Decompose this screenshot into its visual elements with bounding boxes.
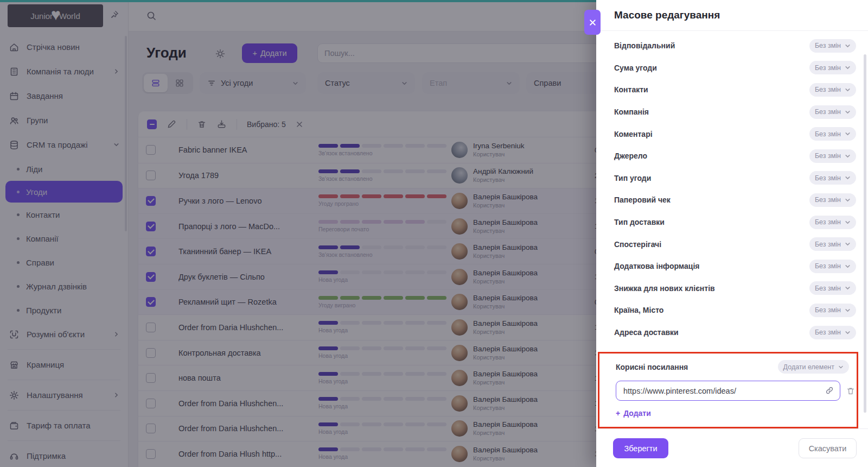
- bulk-field-row: Тип доставкиБез змін: [614, 211, 856, 234]
- no-change-label: Без змін: [815, 86, 841, 93]
- cancel-button[interactable]: Скасувати: [799, 438, 857, 458]
- chevron-down-icon: [845, 65, 851, 71]
- close-panel-button[interactable]: [584, 10, 601, 35]
- no-change-label: Без змін: [815, 329, 841, 336]
- no-change-dropdown[interactable]: Без змін: [809, 39, 856, 53]
- chevron-down-icon: [838, 364, 844, 370]
- chevron-down-icon: [845, 219, 851, 225]
- no-change-dropdown[interactable]: Без змін: [809, 281, 856, 295]
- no-change-dropdown[interactable]: Без змін: [809, 61, 856, 74]
- bulk-field-row: Адреса доставкиБез змін: [614, 321, 856, 344]
- app-window: Junior ♥ World Стрічка новинКомпанія та …: [0, 0, 868, 467]
- field-label: Джерело: [614, 152, 647, 160]
- chevron-down-icon: [845, 153, 851, 159]
- bulk-field-row: Знижка для нових клієнтівБез змін: [614, 277, 856, 300]
- bulk-field-row: КоментаріБез змін: [614, 123, 856, 145]
- no-change-dropdown[interactable]: Без змін: [809, 149, 856, 163]
- bulk-field-row: КонтактиБез змін: [614, 79, 856, 101]
- no-change-label: Без змін: [815, 262, 841, 270]
- close-icon: [589, 18, 597, 27]
- field-label: Сума угоди: [614, 64, 657, 72]
- no-change-label: Без змін: [815, 196, 841, 204]
- no-change-label: Без змін: [815, 152, 841, 160]
- chevron-down-icon: [845, 43, 851, 49]
- bulk-field-row: ДжерелоБез змін: [614, 145, 856, 167]
- no-change-dropdown[interactable]: Без змін: [809, 237, 856, 251]
- useful-links-section-highlight: Корисні посилання Додати елемент: [598, 352, 858, 428]
- field-label: Тип угоди: [614, 174, 651, 182]
- chevron-down-icon: [845, 109, 851, 115]
- panel-footer: Зберегти Скасувати: [596, 428, 868, 467]
- chevron-down-icon: [845, 131, 851, 137]
- chevron-down-icon: [845, 330, 851, 336]
- bulk-field-row: СпостерігачіБез змін: [614, 233, 856, 255]
- field-label: Знижка для нових клієнтів: [614, 284, 715, 293]
- bulk-field-row: Додаткова інформаціяБез змін: [614, 255, 856, 277]
- no-change-dropdown[interactable]: Без змін: [809, 260, 856, 273]
- no-change-dropdown[interactable]: Без змін: [809, 326, 856, 339]
- no-change-dropdown[interactable]: Без змін: [809, 105, 856, 119]
- chevron-down-icon: [845, 87, 851, 93]
- remove-link-icon[interactable]: [846, 386, 856, 396]
- add-element-label: Додати елемент: [783, 363, 834, 371]
- field-label: Тип доставки: [614, 218, 665, 226]
- no-change-dropdown[interactable]: Без змін: [809, 127, 856, 141]
- no-change-label: Без змін: [815, 108, 841, 116]
- modal-backdrop[interactable]: [0, 0, 596, 467]
- no-change-dropdown[interactable]: Без змін: [809, 193, 856, 207]
- field-label: Відповідальний: [614, 41, 675, 50]
- chevron-down-icon: [845, 175, 851, 181]
- bulk-field-row: КомпаніяБез змін: [614, 101, 856, 123]
- no-change-label: Без змін: [815, 241, 841, 248]
- panel-fields: ВідповідальнийБез змінСума угодиБез змін…: [614, 35, 856, 343]
- no-change-dropdown[interactable]: Без змін: [809, 216, 856, 229]
- field-label: Компанія: [614, 108, 649, 116]
- save-button[interactable]: Зберегти: [613, 438, 668, 458]
- field-label: Спостерігачі: [614, 240, 661, 249]
- add-element-dropdown[interactable]: Додати елемент: [778, 360, 849, 374]
- add-link-button[interactable]: + Додати: [616, 409, 651, 418]
- bulk-edit-panel: Масове редагування ВідповідальнийБез змі…: [596, 0, 868, 467]
- field-label: Додаткова інформація: [614, 262, 699, 270]
- no-change-label: Без змін: [815, 285, 841, 292]
- chevron-down-icon: [845, 197, 851, 203]
- bulk-field-row: Паперовий чекБез змін: [614, 189, 856, 211]
- panel-title: Масове редагування: [596, 0, 868, 31]
- no-change-label: Без змін: [815, 64, 841, 72]
- no-change-dropdown[interactable]: Без змін: [809, 83, 856, 97]
- add-link-label: Додати: [623, 409, 651, 418]
- plus-icon: +: [616, 409, 620, 418]
- no-change-label: Без змін: [815, 42, 841, 49]
- useful-links-label: Корисні посилання: [616, 363, 688, 371]
- no-change-dropdown[interactable]: Без змін: [809, 304, 856, 317]
- chevron-down-icon: [845, 241, 851, 247]
- no-change-label: Без змін: [815, 130, 841, 138]
- bulk-field-row: Тип угодиБез змін: [614, 167, 856, 190]
- chevron-down-icon: [845, 263, 851, 269]
- panel-scrollbar[interactable]: [864, 54, 866, 413]
- chevron-down-icon: [845, 285, 851, 291]
- no-change-label: Без змін: [815, 218, 841, 226]
- field-label: Контакти: [614, 85, 648, 94]
- link-icon: [825, 386, 834, 395]
- field-label: Країна, Місто: [614, 306, 663, 314]
- field-label: Коментарі: [614, 130, 653, 138]
- bulk-field-row: Сума угодиБез змін: [614, 57, 856, 79]
- chevron-down-icon: [845, 307, 851, 313]
- no-change-dropdown[interactable]: Без змін: [809, 171, 856, 185]
- field-label: Адреса доставки: [614, 328, 679, 337]
- field-label: Паперовий чек: [614, 195, 671, 204]
- useful-link-input[interactable]: [616, 381, 840, 401]
- no-change-label: Без змін: [815, 306, 841, 314]
- bulk-field-row: ВідповідальнийБез змін: [614, 35, 856, 57]
- no-change-label: Без змін: [815, 174, 841, 182]
- bulk-field-row: Країна, МістоБез змін: [614, 299, 856, 321]
